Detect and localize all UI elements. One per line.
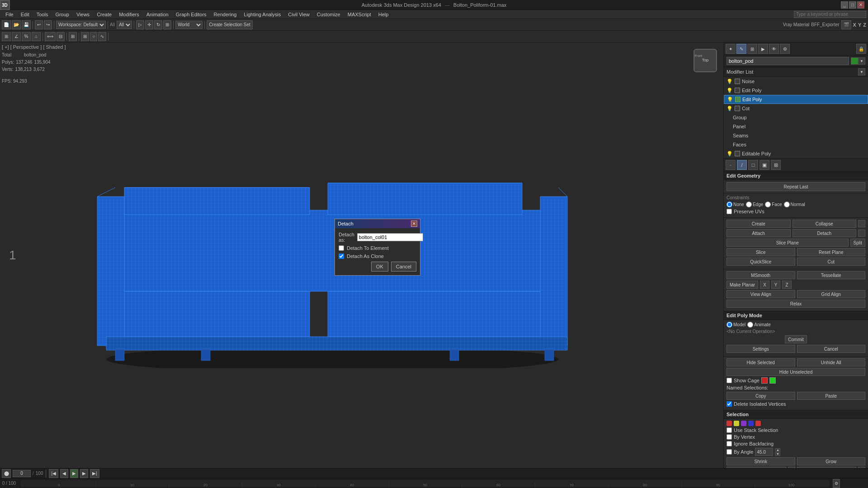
coord-select[interactable]: World: [175, 21, 203, 29]
delete-isolated-checkbox[interactable]: [726, 401, 732, 407]
mirror-btn[interactable]: ⟺: [45, 32, 56, 41]
grow-btn[interactable]: Grow: [797, 457, 866, 465]
x-btn[interactable]: X: [760, 281, 769, 289]
sel-poly-icon[interactable]: [748, 421, 754, 426]
animate-radio-label[interactable]: Animate: [747, 322, 771, 328]
model-radio-label[interactable]: Model: [726, 322, 745, 328]
time-config-btn[interactable]: ⚙: [833, 479, 840, 488]
modifier-list-header[interactable]: Modifier List ▼: [724, 67, 868, 77]
ring-btn[interactable]: Ring: [726, 467, 786, 468]
detach-to-element-checkbox[interactable]: [339, 245, 344, 251]
angle-up-btn[interactable]: ▲: [775, 448, 780, 452]
schematic-btn[interactable]: ⊞: [81, 32, 89, 41]
play-btn[interactable]: ▶: [70, 469, 78, 478]
modify-panel-btn[interactable]: ✎: [736, 44, 746, 54]
search-input[interactable]: [794, 11, 866, 18]
create-panel-btn[interactable]: ✦: [726, 44, 736, 54]
move-btn[interactable]: ✛: [145, 20, 153, 29]
menu-help[interactable]: Help: [375, 10, 392, 19]
dialog-cancel-btn[interactable]: Cancel: [391, 262, 416, 272]
repeat-last-btn[interactable]: Repeat Last: [726, 182, 865, 191]
utilities-btn[interactable]: ⚙: [780, 44, 790, 54]
curve-btn[interactable]: ∿: [98, 32, 106, 41]
next-key-btn[interactable]: ▶|: [90, 469, 99, 478]
redo-btn[interactable]: ↪: [44, 20, 52, 29]
dialog-close-btn[interactable]: ✕: [411, 221, 417, 227]
collapse-options-btn[interactable]: [858, 220, 865, 227]
quickslice-btn[interactable]: QuickSlice: [726, 258, 795, 266]
by-angle-checkbox[interactable]: [726, 449, 732, 455]
preserve-uvs-checkbox[interactable]: [726, 209, 732, 214]
copy-btn[interactable]: Copy: [726, 392, 795, 400]
detach-options-btn[interactable]: [858, 230, 865, 237]
edpoly-lightbulb[interactable]: 💡: [726, 151, 733, 157]
close-btn[interactable]: ✕: [857, 1, 864, 9]
select-btn[interactable]: ▷: [136, 20, 144, 29]
loop-spinner[interactable]: ◀▶: [858, 467, 865, 468]
detach-btn[interactable]: Detach: [793, 229, 857, 237]
face-radio-label[interactable]: Face: [765, 202, 782, 207]
modifier-group[interactable]: Group: [724, 113, 868, 122]
cut-btn[interactable]: Cut: [797, 258, 866, 266]
create-btn[interactable]: Create: [726, 220, 791, 228]
make-planar-btn[interactable]: Make Planar: [726, 281, 758, 289]
maximize-btn[interactable]: □: [849, 1, 856, 9]
ignore-backfacing-checkbox[interactable]: [726, 441, 732, 446]
menu-edit[interactable]: Edit: [17, 10, 33, 19]
tessellate-btn[interactable]: Tessellate: [797, 271, 866, 279]
modifier-noise[interactable]: 💡 Noise: [724, 77, 868, 86]
layer-btn[interactable]: ⊞: [69, 32, 77, 41]
scale-btn[interactable]: ⊞: [163, 20, 171, 29]
sel-element-icon[interactable]: [755, 421, 761, 426]
ep2-lightbulb[interactable]: 💡: [727, 97, 733, 103]
menu-civil[interactable]: Civil View: [284, 10, 313, 19]
col-checkbox[interactable]: [735, 106, 740, 111]
slice-plane-btn[interactable]: Slice Plane: [726, 239, 849, 247]
modifier-edit-poly-2[interactable]: 💡 Edit Poly: [724, 95, 868, 104]
edge-radio-label[interactable]: Edge: [746, 202, 763, 207]
keyframe-btn[interactable]: ⬤: [2, 469, 11, 478]
align-btn[interactable]: ⊟: [57, 32, 65, 41]
workspace-select[interactable]: Workspace: Default: [56, 21, 106, 29]
z-btn[interactable]: Z: [782, 281, 791, 289]
next-frame-btn[interactable]: ▶: [80, 469, 88, 478]
hide-selected-btn[interactable]: Hide Selected: [726, 358, 795, 366]
paste-btn[interactable]: Paste: [797, 392, 866, 400]
open-btn[interactable]: 📂: [12, 20, 21, 29]
menu-create[interactable]: Create: [93, 10, 115, 19]
modifier-panel[interactable]: Panel: [724, 122, 868, 131]
lock-btn[interactable]: 🔒: [856, 44, 866, 54]
create-sel-btn[interactable]: Create Selection Set: [207, 20, 253, 29]
sel-vertex-icon[interactable]: [726, 421, 732, 426]
cage-color-swatch1[interactable]: [761, 377, 768, 384]
cage-color-swatch2[interactable]: [769, 377, 776, 384]
filter-select[interactable]: All: [117, 21, 132, 29]
hierarchy-btn[interactable]: ⊞: [747, 44, 757, 54]
object-options-btn[interactable]: ▼: [858, 57, 865, 65]
edge-mode-btn[interactable]: /: [737, 160, 747, 170]
grid-align-btn[interactable]: Grid Align: [797, 290, 866, 298]
poly-mode-btn[interactable]: ▣: [760, 160, 769, 170]
detach-as-clone-checkbox[interactable]: [339, 253, 344, 259]
reset-plane-btn[interactable]: Reset Plane: [797, 248, 866, 256]
prev-key-btn[interactable]: |◀: [49, 469, 58, 478]
menu-views[interactable]: Views: [73, 10, 93, 19]
menu-graph-editors[interactable]: Graph Editors: [172, 10, 210, 19]
msmooth-btn[interactable]: MSmooth: [726, 271, 795, 279]
rotate-btn[interactable]: ↻: [154, 20, 162, 29]
settings-btn[interactable]: Settings: [726, 345, 795, 353]
hide-unselected-btn[interactable]: Hide Unselected: [726, 368, 865, 376]
menu-lighting[interactable]: Lighting Analysis: [240, 10, 284, 19]
display-btn[interactable]: 👁: [769, 44, 779, 54]
nav-cube[interactable]: Top Front: [692, 47, 719, 74]
shrink-btn[interactable]: Shrink: [726, 457, 795, 465]
material-btn[interactable]: ○: [90, 32, 97, 41]
edpoly-checkbox[interactable]: [735, 151, 740, 156]
menu-animation[interactable]: Animation: [143, 10, 172, 19]
dialog-ok-btn[interactable]: OK: [371, 262, 388, 272]
render-btn[interactable]: 🎬: [841, 20, 851, 29]
relax-btn[interactable]: Relax: [726, 300, 865, 308]
menu-maxscript[interactable]: MAXScript: [344, 10, 375, 19]
ring-spinner[interactable]: ◀▶: [788, 467, 795, 468]
menu-modifiers[interactable]: Modifiers: [115, 10, 143, 19]
